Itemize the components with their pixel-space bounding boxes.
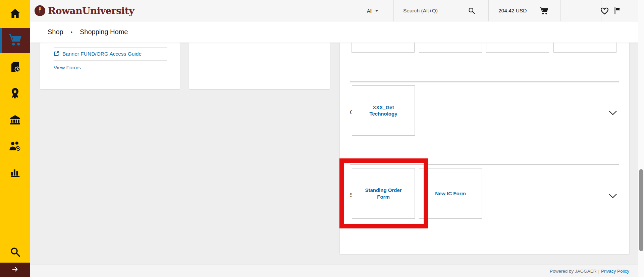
sidebar-item-search[interactable]: [0, 242, 30, 262]
tile-xxx-get-technology[interactable]: XXX_Get Technology: [352, 85, 415, 136]
breadcrumb: Shop • Shopping Home: [48, 28, 128, 36]
breadcrumb-separator: •: [71, 29, 72, 35]
list-divider: [54, 43, 167, 48]
form-tile-cutoff[interactable]: [419, 43, 482, 53]
external-link-icon: [54, 51, 59, 58]
forms-showcase-panel: Get Technology Request XXX_Get Technolog…: [340, 43, 629, 254]
form-tile-cutoff[interactable]: [553, 43, 616, 53]
sidebar-expand-button[interactable]: [0, 263, 30, 277]
chevron-down-icon[interactable]: [608, 110, 617, 116]
caret-down-icon: [375, 10, 378, 12]
cart-total: 204.42 USD: [498, 8, 527, 14]
tile-label: XXX_Get Technology: [352, 104, 415, 117]
footer-separator: |: [598, 269, 599, 274]
search-placeholder: Search (Alt+Q): [403, 8, 438, 14]
heart-icon: [600, 6, 609, 15]
quick-links-card: Banner FUND/ORG Access Guide View Forms: [40, 43, 180, 89]
category-dropdown-label: All: [367, 8, 373, 14]
users-check-icon: [9, 140, 21, 153]
award-icon: [9, 87, 21, 99]
powered-by-text: Powered by JAGGAER: [550, 269, 597, 274]
expand-arrow-icon: [11, 266, 19, 274]
scrollbar-track[interactable]: [638, 0, 644, 277]
section-divider: [350, 81, 619, 82]
flag-icon: [613, 6, 622, 15]
footer: Powered by JAGGAER | Privacy Policy: [30, 265, 644, 277]
chevron-down-icon[interactable]: [608, 193, 617, 199]
cart-summary-button[interactable]: 204.42 USD: [488, 0, 560, 21]
tile-label: New IC Form: [429, 190, 472, 197]
empty-widget-card: [189, 43, 330, 89]
breadcrumb-bar: Shop • Shopping Home: [30, 21, 644, 43]
search-icon[interactable]: [468, 7, 475, 16]
active-indicator-bar: [0, 28, 2, 53]
favorites-button[interactable]: [598, 0, 610, 21]
divider: [560, 0, 561, 21]
document-clock-icon: [9, 61, 21, 73]
bank-icon: [9, 114, 21, 125]
page: RowanUniversity All Search (Alt+Q) 204.4…: [0, 0, 644, 277]
search-input[interactable]: Search (Alt+Q): [393, 0, 488, 21]
sidebar-item-accounts[interactable]: [0, 110, 30, 130]
sidebar: [0, 0, 30, 277]
scrollbar-thumb[interactable]: [639, 169, 643, 251]
form-tile-cutoff[interactable]: [352, 43, 415, 53]
section-divider: [350, 164, 619, 165]
form-tile-cutoff[interactable]: [486, 43, 549, 53]
logo-text: RowanUniversity: [48, 5, 134, 16]
breadcrumb-shop[interactable]: Shop: [48, 28, 63, 36]
rowan-university-logo[interactable]: RowanUniversity: [35, 0, 134, 21]
torch-logo-icon: [35, 5, 45, 16]
tile-new-ic-form[interactable]: New IC Form: [419, 168, 482, 219]
breadcrumb-shopping-home[interactable]: Shopping Home: [80, 28, 128, 36]
sidebar-item-reports[interactable]: [0, 162, 30, 183]
sidebar-item-shop-active[interactable]: [0, 28, 30, 53]
shopping-cart-icon: [8, 33, 22, 48]
home-icon: [9, 8, 21, 19]
tile-standing-order-form[interactable]: Standing Order Form: [352, 168, 415, 219]
sidebar-item-documents[interactable]: [0, 57, 30, 77]
link-label: Banner FUND/ORG Access Guide: [62, 51, 142, 57]
search-category-dropdown[interactable]: All: [352, 0, 393, 21]
top-bar: RowanUniversity All Search (Alt+Q) 204.4…: [30, 0, 644, 21]
bar-chart-icon: [9, 167, 21, 178]
privacy-policy-link[interactable]: Privacy Policy: [601, 269, 629, 274]
link-label: View Forms: [54, 65, 81, 71]
sidebar-item-suppliers[interactable]: [0, 136, 30, 156]
banner-fund-org-access-guide-link[interactable]: Banner FUND/ORG Access Guide: [54, 48, 167, 61]
action-flags-button[interactable]: [611, 0, 623, 21]
cart-icon: [539, 6, 549, 15]
tile-label: Standing Order Form: [352, 187, 415, 200]
search-icon: [10, 247, 21, 258]
view-forms-link[interactable]: View Forms: [54, 61, 167, 75]
sidebar-item-home[interactable]: [0, 3, 30, 23]
sidebar-item-awards[interactable]: [0, 83, 30, 103]
